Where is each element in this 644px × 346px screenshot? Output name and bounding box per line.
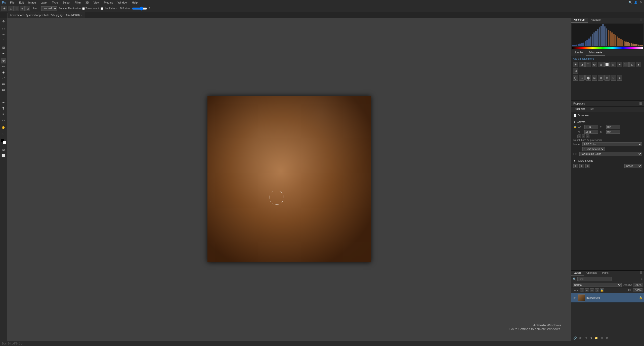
gradient-tool[interactable]: ▤ bbox=[1, 87, 6, 92]
menu-file[interactable]: File bbox=[8, 1, 17, 5]
ruler-icon-btn[interactable]: ⊞ bbox=[573, 164, 578, 168]
delete-layer-btn[interactable]: 🗑 bbox=[605, 336, 609, 340]
use-pattern-checkbox-group[interactable]: Use Pattern bbox=[101, 7, 117, 10]
healing-tool[interactable]: ⊕ bbox=[1, 58, 6, 63]
tool-mode-btn2[interactable]: ⬛ bbox=[14, 6, 19, 11]
adj-channel-mixer[interactable]: ◻ bbox=[629, 62, 635, 67]
eyedropper-tool[interactable]: ✒ bbox=[1, 51, 6, 56]
app-icon[interactable]: Ps bbox=[2, 1, 6, 4]
adj-icon-a5[interactable]: ⊗ bbox=[598, 75, 604, 81]
zoom-tool[interactable]: ⌕ bbox=[1, 130, 6, 136]
navigator-tab[interactable]: Navigator bbox=[588, 18, 604, 23]
settings-icon[interactable]: ⚙ bbox=[639, 1, 642, 4]
adj-color-balance[interactable]: ◷ bbox=[611, 62, 616, 67]
bit-depth-select[interactable]: 8 Bits/Channel bbox=[582, 147, 605, 151]
canvas-area[interactable]: Activate Windows Go to Settings to activ… bbox=[7, 18, 571, 341]
menu-help[interactable]: Help bbox=[130, 1, 140, 5]
layer-visibility-icon[interactable]: 👁 bbox=[573, 296, 576, 300]
menu-image[interactable]: Image bbox=[26, 1, 38, 5]
transparent-checkbox[interactable] bbox=[82, 7, 85, 10]
adj-icon-a4[interactable]: ◎ bbox=[592, 75, 597, 81]
eraser-tool[interactable]: ▭ bbox=[1, 81, 6, 87]
paths-tab[interactable]: Paths bbox=[599, 271, 611, 276]
adj-icon-a7[interactable]: ⊙ bbox=[611, 75, 616, 81]
adj-hsl[interactable]: ⬜ bbox=[604, 62, 610, 67]
transparent-checkbox-group[interactable]: Transparent bbox=[82, 7, 99, 10]
tab-close-btn[interactable]: × bbox=[81, 14, 82, 17]
channels-tab[interactable]: Channels bbox=[584, 271, 599, 276]
layer-fx-btn[interactable]: fx bbox=[578, 336, 583, 340]
properties-tab[interactable]: Properties bbox=[573, 107, 586, 111]
screen-mode-btn[interactable]: ⬜ bbox=[1, 153, 6, 158]
adj-icon-a2[interactable]: ⬡ bbox=[579, 75, 585, 81]
menu-edit[interactable]: Edit bbox=[17, 1, 26, 5]
mode-select[interactable]: RGB Color bbox=[582, 142, 642, 146]
tool-mode-btn1[interactable]: ⬚ bbox=[9, 6, 14, 11]
layers-tab[interactable]: Layers bbox=[571, 271, 584, 276]
move-tool[interactable]: ✛ bbox=[1, 19, 6, 24]
menu-select[interactable]: Select bbox=[61, 1, 72, 5]
y-input[interactable] bbox=[606, 130, 620, 134]
diffusion-slider[interactable] bbox=[132, 7, 147, 10]
lock-position-btn[interactable]: ✛ bbox=[590, 288, 594, 292]
brush-tool[interactable]: ✏ bbox=[1, 64, 6, 69]
adjustments-tab[interactable]: Adjustments bbox=[586, 50, 605, 56]
adj-curves[interactable]: ⌒ bbox=[585, 62, 591, 67]
adj-brightness[interactable]: ☀ bbox=[573, 62, 578, 67]
adj-exposure[interactable]: ◐ bbox=[592, 62, 597, 67]
layer-group-btn[interactable]: 📁 bbox=[594, 336, 598, 340]
layer-adjustment-btn[interactable]: ◑ bbox=[589, 336, 593, 340]
adj-menu-btn[interactable]: ☰ bbox=[638, 50, 644, 56]
background-layer-item[interactable]: 👁 Background 🔒 bbox=[571, 293, 644, 303]
adj-icon-a3[interactable]: ⬤ bbox=[585, 75, 591, 81]
opacity-input[interactable] bbox=[633, 283, 642, 287]
info-tab[interactable]: Info bbox=[589, 107, 595, 111]
menu-type[interactable]: Type bbox=[50, 1, 60, 5]
anchor-tl[interactable]: ↖ bbox=[577, 134, 581, 138]
adj-posterize[interactable]: ⊞ bbox=[573, 68, 578, 74]
lock-image-btn[interactable]: ✏ bbox=[585, 288, 589, 292]
adj-vibrance[interactable]: ▧ bbox=[598, 62, 604, 67]
x-input[interactable] bbox=[606, 125, 620, 129]
blend-mode-select[interactable]: Normal bbox=[573, 283, 622, 287]
user-icon[interactable]: 👤 bbox=[634, 1, 637, 4]
adj-levels[interactable]: ◑ bbox=[579, 62, 585, 67]
adj-icon-a8[interactable]: ◈ bbox=[617, 75, 622, 81]
menu-layer[interactable]: Layer bbox=[38, 1, 50, 5]
add-adjustment-link[interactable]: Add an adjustment bbox=[573, 57, 642, 60]
menu-filter[interactable]: Filter bbox=[73, 1, 83, 5]
patch-mode-select[interactable]: Normal bbox=[41, 6, 57, 11]
quick-select-tool[interactable]: ⌂ bbox=[1, 38, 6, 43]
shape-tool[interactable]: ▭ bbox=[1, 117, 6, 123]
rulers-grids-header[interactable]: ▼ Rulers & Grids bbox=[573, 159, 642, 163]
adj-bw[interactable]: ✦ bbox=[617, 62, 622, 67]
adj-icon-a6[interactable]: ⊘ bbox=[604, 75, 610, 81]
pen-tool[interactable]: ✒ bbox=[1, 100, 6, 106]
histogram-tab[interactable]: Histogram bbox=[571, 18, 588, 23]
layers-search-input[interactable] bbox=[577, 277, 612, 281]
menu-plugins[interactable]: Plugins bbox=[102, 1, 115, 5]
crop-tool[interactable]: ⊡ bbox=[1, 45, 6, 50]
path-select-tool[interactable]: ↖ bbox=[1, 112, 6, 117]
ruler-units-select[interactable]: Inches bbox=[624, 164, 642, 168]
type-tool[interactable]: T bbox=[1, 106, 6, 111]
main-canvas[interactable] bbox=[207, 96, 371, 262]
fill-select[interactable]: Background Color bbox=[579, 152, 642, 156]
menu-view[interactable]: View bbox=[92, 1, 102, 5]
lock-transparent-btn[interactable]: ⬚ bbox=[580, 288, 584, 292]
adj-invert[interactable]: ▲ bbox=[636, 62, 641, 67]
adj-icon-a1[interactable]: ◯ bbox=[573, 75, 578, 81]
tool-mode-btn3[interactable]: ◈ bbox=[20, 6, 25, 11]
canvas-section-header[interactable]: ▼ Canvas bbox=[573, 120, 642, 124]
lock-link-icon[interactable]: 🔒 bbox=[573, 125, 576, 128]
dodge-tool[interactable]: ○ bbox=[1, 93, 6, 98]
layer-link-btn[interactable]: 🔗 bbox=[573, 336, 577, 340]
fill-input[interactable] bbox=[633, 288, 642, 292]
lock-all-btn[interactable]: 🔒 bbox=[600, 288, 604, 292]
height-input[interactable] bbox=[584, 130, 598, 134]
width-input[interactable] bbox=[584, 125, 598, 129]
libraries-tab[interactable]: Libraries bbox=[571, 50, 586, 56]
layer-type-filter[interactable]: ≡ bbox=[641, 278, 642, 281]
lock-artboard-btn[interactable]: ◫ bbox=[595, 288, 599, 292]
grid-icon-btn[interactable]: ⊞ bbox=[579, 164, 584, 168]
